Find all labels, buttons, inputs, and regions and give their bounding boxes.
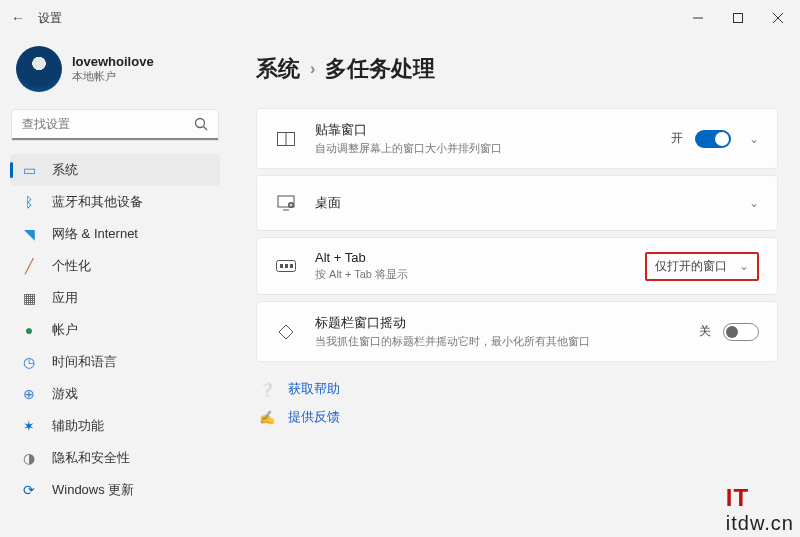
apps-icon: ▦ <box>20 289 38 307</box>
shake-sub: 当我抓住窗口的标题栏并摇动它时，最小化所有其他窗口 <box>315 334 699 349</box>
search-input[interactable] <box>12 110 218 140</box>
sidebar-item-apps[interactable]: ▦应用 <box>10 282 220 314</box>
svg-rect-1 <box>734 14 743 23</box>
access-icon: ✶ <box>20 417 38 435</box>
chevron-right-icon: › <box>310 60 315 78</box>
wifi-icon: ◥ <box>20 225 38 243</box>
profile-name: lovewhoilove <box>72 54 154 69</box>
watermark: IT itdw.cn <box>726 484 794 535</box>
sidebar-item-time[interactable]: ◷时间和语言 <box>10 346 220 378</box>
game-icon: ⊕ <box>20 385 38 403</box>
privacy-icon: ◑ <box>20 449 38 467</box>
alttab-icon <box>275 255 297 277</box>
desktops-title: 桌面 <box>315 194 743 212</box>
sidebar-item-gaming[interactable]: ⊕游戏 <box>10 378 220 410</box>
breadcrumb: 系统 › 多任务处理 <box>256 54 778 84</box>
setting-title-shake[interactable]: 标题栏窗口摇动 当我抓住窗口的标题栏并摇动它时，最小化所有其他窗口 关 <box>256 301 778 362</box>
alttab-dropdown[interactable]: 仅打开的窗口 ⌄ <box>645 252 759 281</box>
back-button[interactable]: ← <box>2 10 34 26</box>
search-box[interactable] <box>12 110 218 140</box>
feedback-icon: ✍ <box>256 410 278 425</box>
main-content: 系统 › 多任务处理 贴靠窗口 自动调整屏幕上的窗口大小并排列窗口 开 ⌄ 桌面… <box>230 36 800 537</box>
search-icon <box>194 117 208 135</box>
window-title: 设置 <box>38 10 62 27</box>
alttab-value: 仅打开的窗口 <box>655 258 727 275</box>
system-icon: ▭ <box>20 161 38 179</box>
minimize-button[interactable] <box>678 3 718 33</box>
time-icon: ◷ <box>20 353 38 371</box>
svg-rect-16 <box>290 264 293 268</box>
snap-sub: 自动调整屏幕上的窗口大小并排列窗口 <box>315 141 671 156</box>
setting-snap-windows[interactable]: 贴靠窗口 自动调整屏幕上的窗口大小并排列窗口 开 ⌄ <box>256 108 778 169</box>
snap-toggle[interactable] <box>695 130 731 148</box>
update-icon: ⟳ <box>20 481 38 499</box>
sidebar-item-account[interactable]: ●帐户 <box>10 314 220 346</box>
avatar <box>16 46 62 92</box>
sidebar-item-system[interactable]: ▭系统 <box>10 154 220 186</box>
chevron-down-icon: ⌄ <box>749 196 759 210</box>
help-links: ❔获取帮助 ✍提供反馈 <box>256 380 778 426</box>
brush-icon: ╱ <box>20 257 38 275</box>
bluetooth-icon: ᛒ <box>20 193 38 211</box>
sidebar-item-personalize[interactable]: ╱个性化 <box>10 250 220 282</box>
setting-desktops[interactable]: 桌面 ⌄ <box>256 175 778 231</box>
snap-icon <box>275 128 297 150</box>
alttab-sub: 按 Alt + Tab 将显示 <box>315 267 645 282</box>
feedback-link[interactable]: ✍提供反馈 <box>256 408 778 426</box>
shake-toggle[interactable] <box>723 323 759 341</box>
alttab-title: Alt + Tab <box>315 250 645 265</box>
sidebar: lovewhoilove 本地帐户 ▭系统 ᛒ蓝牙和其他设备 ◥网络 & Int… <box>0 36 230 537</box>
svg-rect-14 <box>280 264 283 268</box>
close-button[interactable] <box>758 3 798 33</box>
get-help-link[interactable]: ❔获取帮助 <box>256 380 778 398</box>
profile-sub: 本地帐户 <box>72 69 154 84</box>
svg-rect-15 <box>285 264 288 268</box>
chevron-down-icon: ⌄ <box>749 132 759 146</box>
maximize-button[interactable] <box>718 3 758 33</box>
help-icon: ❔ <box>256 382 278 397</box>
profile[interactable]: lovewhoilove 本地帐户 <box>10 40 220 108</box>
desktops-icon <box>275 192 297 214</box>
snap-title: 贴靠窗口 <box>315 121 671 139</box>
svg-line-5 <box>204 127 208 131</box>
sidebar-item-bluetooth[interactable]: ᛒ蓝牙和其他设备 <box>10 186 220 218</box>
sidebar-item-accessibility[interactable]: ✶辅助功能 <box>10 410 220 442</box>
chevron-down-icon: ⌄ <box>739 259 749 273</box>
breadcrumb-parent[interactable]: 系统 <box>256 54 300 84</box>
titlebar: ← 设置 <box>0 0 800 36</box>
sidebar-item-privacy[interactable]: ◑隐私和安全性 <box>10 442 220 474</box>
sidebar-item-update[interactable]: ⟳Windows 更新 <box>10 474 220 506</box>
shake-title: 标题栏窗口摇动 <box>315 314 699 332</box>
snap-state-label: 开 <box>671 130 683 147</box>
shake-icon <box>275 321 297 343</box>
page-title: 多任务处理 <box>325 54 435 84</box>
setting-alt-tab[interactable]: Alt + Tab 按 Alt + Tab 将显示 仅打开的窗口 ⌄ <box>256 237 778 295</box>
nav-list: ▭系统 ᛒ蓝牙和其他设备 ◥网络 & Internet ╱个性化 ▦应用 ●帐户… <box>10 154 220 506</box>
svg-point-4 <box>196 119 205 128</box>
shake-state-label: 关 <box>699 323 711 340</box>
account-icon: ● <box>20 321 38 339</box>
sidebar-item-network[interactable]: ◥网络 & Internet <box>10 218 220 250</box>
